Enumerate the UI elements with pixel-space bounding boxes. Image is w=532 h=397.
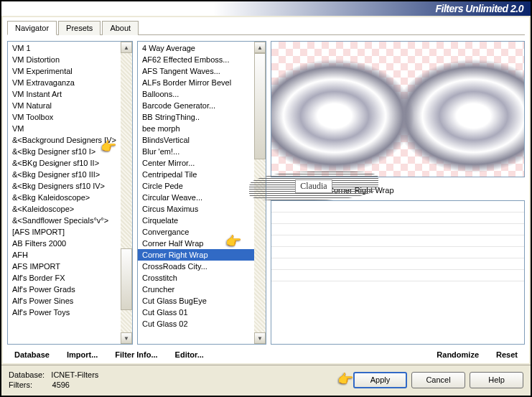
param-row: [271, 247, 524, 258]
category-item[interactable]: Alf's Power Sines: [8, 295, 121, 307]
scroll-down-icon[interactable]: ▼: [121, 332, 132, 344]
tab-about[interactable]: About: [102, 21, 139, 35]
filter-item[interactable]: 4 Way Average: [138, 42, 254, 54]
pointer-icon: 👈: [338, 371, 354, 387]
database-button[interactable]: Database: [14, 350, 50, 359]
filter-item[interactable]: Centripedal Tile: [138, 169, 254, 180]
randomize-button[interactable]: Randomize: [437, 350, 479, 359]
window-titlebar: Filters Unlimited 2.0: [1, 1, 531, 16]
category-item[interactable]: Alf's Power Toys: [8, 307, 121, 318]
param-row: [271, 281, 524, 293]
category-item[interactable]: VM Experimental: [8, 65, 121, 77]
category-item[interactable]: VM: [8, 123, 121, 134]
param-row: [271, 212, 524, 224]
status-db-label: Database:: [9, 370, 45, 379]
help-button[interactable]: Help: [470, 372, 523, 388]
filter-info-button[interactable]: Filter Info...: [115, 350, 157, 359]
category-item[interactable]: AFH: [8, 249, 121, 261]
category-item[interactable]: &<Sandflower Specials°v°>: [8, 215, 121, 226]
category-item[interactable]: VM Instant Art: [8, 88, 121, 100]
reset-button[interactable]: Reset: [496, 350, 518, 359]
preview-panel: Claudia Corner Right Wrap: [271, 41, 525, 345]
filter-item[interactable]: Crosstitch: [138, 272, 254, 284]
filter-item[interactable]: Convergance: [138, 226, 254, 238]
filter-item[interactable]: Circus Maximus: [138, 203, 254, 215]
category-item[interactable]: &<Background Designers IV>: [8, 134, 121, 146]
category-item[interactable]: &<Bkg Designer sf10 I>: [8, 146, 121, 157]
cancel-button[interactable]: Cancel: [411, 372, 465, 388]
status-db-value: ICNET-Filters: [51, 370, 98, 379]
status-info: Database: ICNET-Filters Filters: 4596: [9, 370, 98, 390]
filter-item[interactable]: BB StringThing..: [138, 111, 254, 123]
preview-image: [271, 41, 525, 177]
category-item[interactable]: AB Filters 2000: [8, 238, 121, 249]
category-item[interactable]: Alf's Border FX: [8, 272, 121, 284]
category-item[interactable]: &<Bkg Designers sf10 IV>: [8, 180, 121, 192]
category-item[interactable]: AFS IMPORT: [8, 261, 121, 272]
param-row: [271, 270, 524, 281]
category-item[interactable]: VM Natural: [8, 100, 121, 111]
param-row: [271, 201, 524, 212]
filter-item[interactable]: Circle Pede: [138, 180, 254, 192]
filter-item[interactable]: AF62 Effected Emboss...: [138, 54, 254, 65]
filter-item[interactable]: Cirquelate: [138, 215, 254, 226]
filter-item[interactable]: AFS Tangent Waves...: [138, 65, 254, 77]
window-title: Filters Unlimited 2.0: [435, 3, 523, 14]
filter-item[interactable]: Corner Right Wrap: [138, 249, 254, 261]
category-item[interactable]: VM Extravaganza: [8, 77, 121, 88]
editor-button[interactable]: Editor...: [175, 350, 204, 359]
filter-item[interactable]: CrossRoads City...: [138, 261, 254, 272]
filter-list[interactable]: 4 Way AverageAF62 Effected Emboss...AFS …: [137, 41, 266, 345]
category-item[interactable]: [AFS IMPORT]: [8, 226, 121, 238]
filter-item[interactable]: Cruncher: [138, 284, 254, 295]
current-filter-label: Corner Right Wrap: [271, 186, 525, 199]
apply-button[interactable]: Apply: [353, 372, 407, 388]
filter-item[interactable]: Circular Weave...: [138, 192, 254, 203]
import-button[interactable]: Import...: [67, 350, 98, 359]
category-item[interactable]: &<Bkg Designer sf10 III>: [8, 169, 121, 180]
scroll-up-icon[interactable]: ▲: [254, 42, 266, 53]
filter-item[interactable]: Corner Half Wrap: [138, 238, 254, 249]
filter-item[interactable]: Blur 'em!...: [138, 146, 254, 157]
tab-navigator[interactable]: Navigator: [7, 21, 57, 35]
category-item[interactable]: VM Toolbox: [8, 111, 121, 123]
category-item[interactable]: VM Distortion: [8, 54, 121, 65]
category-item[interactable]: &<Kaleidoscope>: [8, 203, 121, 215]
param-row: [271, 224, 524, 235]
filter-item[interactable]: Barcode Generator...: [138, 100, 254, 111]
scroll-up-icon[interactable]: ▲: [121, 42, 132, 53]
filter-item[interactable]: BlindsVertical: [138, 134, 254, 146]
category-item[interactable]: &<Bkg Kaleidoscope>: [8, 192, 121, 203]
param-row: [271, 258, 524, 270]
category-item[interactable]: VM 1: [8, 42, 121, 54]
tab-strip: Navigator Presets About: [7, 20, 525, 35]
param-row: [271, 235, 524, 247]
tab-presets[interactable]: Presets: [58, 21, 101, 35]
category-item[interactable]: &<BKg Designer sf10 II>: [8, 157, 121, 169]
filter-item[interactable]: Cut Glass 02: [138, 318, 254, 330]
filter-item[interactable]: ALFs Border Mirror Bevel: [138, 77, 254, 88]
filter-item[interactable]: Balloons...: [138, 88, 254, 100]
filter-item[interactable]: bee morph: [138, 123, 254, 134]
filter-item[interactable]: Cut Glass 01: [138, 307, 254, 318]
parameter-list: [271, 200, 525, 345]
filter-item[interactable]: Cut Glass BugEye: [138, 295, 254, 307]
filter-item[interactable]: Center Mirror...: [138, 157, 254, 169]
category-item[interactable]: Alf's Power Grads: [8, 284, 121, 295]
status-count-value: 4596: [52, 380, 70, 389]
category-list[interactable]: VM 1VM DistortionVM ExperimentalVM Extra…: [7, 41, 133, 345]
category-scrollbar[interactable]: ▲ ▼: [121, 42, 132, 344]
status-count-label: Filters:: [9, 380, 32, 389]
scroll-down-icon[interactable]: ▼: [254, 332, 266, 344]
filter-scrollbar[interactable]: ▲ ▼: [254, 42, 266, 344]
